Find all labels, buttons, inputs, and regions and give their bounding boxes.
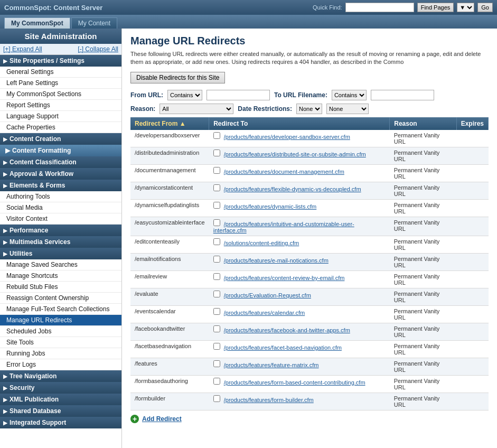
quick-find-input[interactable] <box>345 3 414 12</box>
sidebar-item-rebuild-stub-files[interactable]: Rebuild Stub Files <box>0 282 121 293</box>
redirect-to-link[interactable]: /products/features/intuitive-and-customi… <box>213 221 354 234</box>
table-row: /distributedadministration /products/fea… <box>130 147 489 164</box>
go-button[interactable]: Go <box>477 3 493 12</box>
disable-redirects-button[interactable]: Disable Redirects for this Site <box>130 72 225 83</box>
redirect-checkbox[interactable] <box>213 395 220 402</box>
sidebar-item-manage-url-redirects[interactable]: Manage URL Redirects <box>0 315 121 326</box>
app-title: CommonSpot: Content Server <box>4 4 102 12</box>
redirect-to-link[interactable]: /products/features/form-builder.cfm <box>224 397 314 403</box>
from-url-select[interactable]: Contains <box>167 90 202 100</box>
sidebar-item-cache-properties[interactable]: Cache Properties <box>0 122 121 133</box>
sidebar-item-report-settings[interactable]: Report Settings <box>0 100 121 111</box>
arrow-icon: ▶ <box>3 408 7 414</box>
redirect-reason-cell: Permanent Vanity URL <box>390 393 456 410</box>
reason-select[interactable]: All <box>160 104 233 114</box>
th-redirect-from[interactable]: Redirect From ▲ <box>130 117 209 130</box>
sidebar-item-authoring-tools[interactable]: Authoring Tools <box>0 191 121 202</box>
sidebar-section-performance[interactable]: ▶ Performance <box>0 225 121 236</box>
filter-row-2: Reason: All Date Restrictions: None None <box>130 104 489 114</box>
sidebar-item-full-text-search[interactable]: Manage Full-Text Search Collections <box>0 304 121 315</box>
redirect-checkbox[interactable] <box>213 343 220 350</box>
redirect-to-link[interactable]: /products/features/facet-based-navigatio… <box>224 344 342 351</box>
redirect-to-link[interactable]: /products/features/dynamic-lists.cfm <box>224 203 316 210</box>
sidebar-section-site-properties[interactable]: ▶ Site Properties / Settings <box>0 55 121 67</box>
sidebar-item-manage-saved-searches[interactable]: Manage Saved Searches <box>0 259 121 270</box>
tab-my-content[interactable]: My Content <box>71 17 117 29</box>
redirect-to-link[interactable]: /products/features/flexible-dynamic-vs-d… <box>224 186 361 192</box>
sidebar-item-scheduled-jobs[interactable]: Scheduled Jobs <box>0 326 121 337</box>
redirect-expires-cell <box>456 236 488 253</box>
redirect-checkbox[interactable] <box>213 291 220 297</box>
redirect-to-link[interactable]: /products/features/distributed-site-or-s… <box>224 151 366 157</box>
sidebar-section-content-classification[interactable]: ▶ Content Classification <box>0 156 121 168</box>
to-url-input[interactable] <box>371 90 434 100</box>
sidebar-item-left-pane[interactable]: Left Pane Settings <box>0 78 121 89</box>
collapse-all-link[interactable]: [-] Collapse All <box>78 45 118 53</box>
redirect-to-link[interactable]: /products/features/calendar.cfm <box>224 310 305 316</box>
sidebar-item-social-media[interactable]: Social Media <box>0 202 121 213</box>
redirect-expires-cell <box>456 130 488 147</box>
sidebar-section-elements-forms[interactable]: ▶ Elements & Forms <box>0 180 121 191</box>
redirect-checkbox[interactable] <box>213 219 220 226</box>
th-redirect-to[interactable]: Redirect To <box>209 117 390 130</box>
arrow-icon: ▶ <box>3 385 7 391</box>
sidebar-item-error-logs[interactable]: Error Logs <box>0 359 121 370</box>
redirect-to-link[interactable]: /products/features/developer-sandbox-ser… <box>224 134 350 140</box>
sidebar-item-my-commonspot-sections[interactable]: My CommonSpot Sections <box>0 89 121 100</box>
sidebar-item-site-tools[interactable]: Site Tools <box>0 337 121 348</box>
sidebar-item-visitor-context[interactable]: Visitor Context <box>0 213 121 225</box>
redirect-to-link[interactable]: /solutions/content-editing.cfm <box>224 240 299 246</box>
find-pages-button[interactable]: Find Pages <box>417 3 454 12</box>
sidebar-section-tree-navigation[interactable]: ▶ Tree Navigation <box>0 370 121 382</box>
redirect-to-link[interactable]: /products/features/form-based-content-co… <box>224 379 365 386</box>
redirect-to-link[interactable]: /products/features/facebook-and-twitter-… <box>224 327 350 333</box>
add-redirect-link[interactable]: Add Redirect <box>142 415 182 423</box>
sidebar-item-language-support[interactable]: Language Support <box>0 111 121 122</box>
redirect-expires-cell <box>456 340 488 358</box>
redirect-to-link[interactable]: /products/Evaluation-Request.cfm <box>224 292 311 298</box>
redirect-to-link[interactable]: /products/features/document-management.c… <box>224 169 344 175</box>
redirect-checkbox[interactable] <box>213 202 220 209</box>
sidebar-item-reassign-content-ownership[interactable]: Reassign Content Ownership <box>0 293 121 304</box>
sidebar-item-running-jobs[interactable]: Running Jobs <box>0 348 121 359</box>
redirect-checkbox[interactable] <box>213 273 220 280</box>
header-dropdown[interactable]: ▼ <box>457 3 474 12</box>
sidebar-section-content-creation[interactable]: ▶ Content Creation <box>0 133 121 145</box>
th-expires[interactable]: Expires <box>456 117 488 130</box>
redirect-table: Redirect From ▲ Redirect To Reason Expir… <box>130 117 489 410</box>
redirect-checkbox[interactable] <box>213 132 220 139</box>
redirect-to-link[interactable]: /products/features/content-review-by-ema… <box>224 275 345 281</box>
redirect-from-cell: /developersandboxserver <box>130 130 209 147</box>
redirect-checkbox[interactable] <box>213 308 220 315</box>
sidebar-section-security[interactable]: ▶ Security <box>0 382 121 394</box>
redirect-to-link[interactable]: /products/features/e-mail-notications.cf… <box>224 257 329 264</box>
sidebar-item-manage-shortcuts[interactable]: Manage Shortcuts <box>0 270 121 282</box>
redirect-checkbox[interactable] <box>213 167 220 174</box>
th-reason[interactable]: Reason <box>390 117 456 130</box>
table-row: /evaluate /products/Evaluation-Request.c… <box>130 288 489 305</box>
redirect-checkbox[interactable] <box>213 238 220 245</box>
sidebar-section-multimedia[interactable]: ▶ Multimedia Services <box>0 236 121 248</box>
redirect-checkbox[interactable] <box>213 360 220 367</box>
sidebar-section-xml-publication[interactable]: ▶ XML Publication <box>0 394 121 405</box>
redirect-checkbox[interactable] <box>213 184 220 191</box>
sidebar-section-approval-workflow[interactable]: ▶ Approval & Workflow <box>0 168 121 180</box>
sidebar-section-utilities[interactable]: ▶ Utilities <box>0 248 121 259</box>
redirect-to-link[interactable]: /products/features/feature-matrix.cfm <box>224 362 319 368</box>
date-restrictions-select[interactable]: None <box>296 104 322 114</box>
redirect-checkbox[interactable] <box>213 325 220 332</box>
sidebar-section-integrated-support[interactable]: ▶ Integrated Support <box>0 417 121 428</box>
redirect-checkbox[interactable] <box>213 256 220 263</box>
redirect-checkbox[interactable] <box>213 150 220 156</box>
sidebar-item-general-settings[interactable]: General Settings <box>0 67 121 78</box>
expand-all-link[interactable]: [+] Expand All <box>3 45 42 53</box>
sidebar-subsection-content-formatting[interactable]: ▶ Content Formatting <box>0 145 121 156</box>
to-url-select[interactable]: Contains <box>332 90 367 100</box>
table-row: /emailnotifications /products/features/e… <box>130 253 489 270</box>
date-restrictions-value-select[interactable]: None <box>326 104 369 114</box>
tab-my-commonspot[interactable]: My CommonSpot <box>4 17 70 29</box>
redirect-checkbox[interactable] <box>213 378 220 385</box>
redirect-expires-cell <box>456 164 488 182</box>
sidebar-section-shared-database[interactable]: ▶ Shared Database <box>0 405 121 417</box>
from-url-input[interactable] <box>207 90 270 100</box>
